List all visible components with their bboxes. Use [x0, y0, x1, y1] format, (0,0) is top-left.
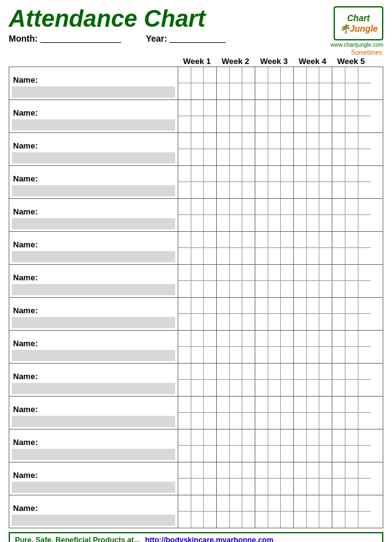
- day-box-10-3-1-2[interactable]: [319, 413, 332, 429]
- day-box-10-0-0-1[interactable]: [191, 397, 204, 413]
- day-box-5-1-1-0[interactable]: [217, 248, 230, 264]
- day-box-5-0-1-2[interactable]: [204, 248, 216, 264]
- day-box-0-1-1-2[interactable]: [242, 83, 255, 99]
- day-box-12-3-0-0[interactable]: [294, 462, 307, 479]
- day-box-8-2-1-0[interactable]: [255, 347, 268, 363]
- day-box-13-3-1-2[interactable]: [319, 512, 332, 528]
- day-box-10-4-0-2[interactable]: [358, 397, 371, 413]
- day-box-0-4-1-2[interactable]: [358, 83, 371, 99]
- day-box-5-0-0-1[interactable]: [191, 232, 204, 248]
- day-box-2-3-0-0[interactable]: [294, 133, 307, 149]
- day-box-0-2-1-1[interactable]: [268, 83, 281, 99]
- day-box-5-2-0-2[interactable]: [281, 232, 293, 248]
- day-box-0-4-1-1[interactable]: [345, 83, 358, 99]
- day-box-8-3-1-2[interactable]: [319, 347, 332, 363]
- day-box-7-2-1-0[interactable]: [255, 314, 268, 330]
- day-box-11-3-0-1[interactable]: [307, 429, 320, 446]
- day-box-3-1-1-1[interactable]: [230, 182, 243, 198]
- name-input-9[interactable]: [12, 383, 175, 394]
- day-box-5-2-1-0[interactable]: [255, 248, 268, 264]
- day-box-1-2-1-2[interactable]: [281, 116, 293, 132]
- day-box-0-4-0-1[interactable]: [345, 67, 358, 83]
- day-box-0-4-0-0[interactable]: [332, 67, 345, 83]
- day-box-5-3-1-1[interactable]: [307, 248, 320, 264]
- day-box-7-1-0-0[interactable]: [217, 298, 230, 314]
- day-box-3-1-0-2[interactable]: [242, 166, 255, 182]
- day-box-3-1-1-0[interactable]: [217, 182, 230, 198]
- day-box-11-2-1-0[interactable]: [255, 446, 268, 462]
- day-box-13-4-0-1[interactable]: [345, 495, 358, 512]
- day-box-13-4-1-0[interactable]: [332, 512, 345, 528]
- day-box-11-0-0-1[interactable]: [191, 429, 204, 446]
- day-box-5-4-0-2[interactable]: [358, 232, 371, 248]
- day-box-13-2-0-0[interactable]: [255, 495, 268, 512]
- day-box-6-2-0-1[interactable]: [268, 265, 281, 281]
- day-box-13-0-0-1[interactable]: [191, 495, 204, 512]
- day-box-13-2-0-2[interactable]: [281, 495, 293, 512]
- day-box-11-2-1-2[interactable]: [281, 446, 293, 462]
- day-box-5-3-0-0[interactable]: [294, 232, 307, 248]
- day-box-1-0-1-2[interactable]: [204, 116, 216, 132]
- day-box-0-0-1-2[interactable]: [204, 83, 216, 99]
- day-box-12-2-0-2[interactable]: [281, 462, 293, 479]
- day-box-3-0-0-0[interactable]: [178, 166, 191, 182]
- day-box-12-0-1-2[interactable]: [204, 479, 216, 495]
- day-box-1-0-0-0[interactable]: [178, 100, 191, 116]
- day-box-6-4-0-1[interactable]: [345, 265, 358, 281]
- day-box-13-3-1-0[interactable]: [294, 512, 307, 528]
- day-box-2-2-1-1[interactable]: [268, 149, 281, 165]
- day-box-1-2-1-0[interactable]: [255, 116, 268, 132]
- day-box-11-0-0-0[interactable]: [178, 429, 191, 446]
- day-box-5-3-1-2[interactable]: [319, 248, 332, 264]
- day-box-5-2-0-0[interactable]: [255, 232, 268, 248]
- day-box-6-4-0-0[interactable]: [332, 265, 345, 281]
- day-box-3-0-1-1[interactable]: [191, 182, 204, 198]
- day-box-7-3-1-2[interactable]: [319, 314, 332, 330]
- day-box-10-0-1-0[interactable]: [178, 413, 191, 429]
- day-box-13-3-0-2[interactable]: [319, 495, 332, 512]
- day-box-2-4-0-0[interactable]: [332, 133, 345, 149]
- day-box-10-0-0-2[interactable]: [204, 397, 216, 413]
- day-box-6-2-0-2[interactable]: [281, 265, 293, 281]
- day-box-4-2-0-1[interactable]: [268, 199, 281, 215]
- day-box-4-4-0-1[interactable]: [345, 199, 358, 215]
- day-box-5-4-0-1[interactable]: [345, 232, 358, 248]
- day-box-1-3-0-2[interactable]: [319, 100, 332, 116]
- day-box-8-4-1-2[interactable]: [358, 347, 371, 363]
- day-box-9-4-0-0[interactable]: [332, 364, 345, 380]
- day-box-6-4-1-1[interactable]: [345, 281, 358, 297]
- day-box-10-0-0-0[interactable]: [178, 397, 191, 413]
- day-box-3-3-0-1[interactable]: [307, 166, 320, 182]
- day-box-3-2-1-1[interactable]: [268, 182, 281, 198]
- day-box-8-3-1-0[interactable]: [294, 347, 307, 363]
- day-box-2-0-0-2[interactable]: [204, 133, 216, 149]
- day-box-13-0-1-1[interactable]: [191, 512, 204, 528]
- day-box-0-4-1-0[interactable]: [332, 83, 345, 99]
- day-box-8-1-1-2[interactable]: [242, 347, 255, 363]
- day-box-3-3-1-2[interactable]: [319, 182, 332, 198]
- day-box-9-4-1-0[interactable]: [332, 380, 345, 396]
- day-box-11-1-1-1[interactable]: [230, 446, 243, 462]
- day-box-2-1-0-1[interactable]: [230, 133, 243, 149]
- day-box-6-2-1-0[interactable]: [255, 281, 268, 297]
- day-box-4-3-1-1[interactable]: [307, 215, 320, 231]
- day-box-2-4-0-2[interactable]: [358, 133, 371, 149]
- month-input[interactable]: [40, 34, 121, 43]
- day-box-11-2-0-2[interactable]: [281, 429, 293, 446]
- year-input[interactable]: [170, 34, 226, 43]
- name-input-1[interactable]: [12, 119, 175, 131]
- day-box-9-3-1-2[interactable]: [319, 380, 332, 396]
- day-box-9-1-0-2[interactable]: [242, 364, 255, 380]
- day-box-2-0-1-0[interactable]: [178, 149, 191, 165]
- day-box-11-0-1-2[interactable]: [204, 446, 216, 462]
- day-box-10-2-0-0[interactable]: [255, 397, 268, 413]
- day-box-4-1-1-1[interactable]: [230, 215, 243, 231]
- day-box-0-3-1-2[interactable]: [319, 83, 332, 99]
- day-box-1-0-1-1[interactable]: [191, 116, 204, 132]
- day-box-1-1-0-0[interactable]: [217, 100, 230, 116]
- day-box-10-4-0-1[interactable]: [345, 397, 358, 413]
- day-box-5-1-1-2[interactable]: [242, 248, 255, 264]
- day-box-9-4-0-2[interactable]: [358, 364, 371, 380]
- day-box-9-2-0-1[interactable]: [268, 364, 281, 380]
- day-box-0-1-0-2[interactable]: [242, 67, 255, 83]
